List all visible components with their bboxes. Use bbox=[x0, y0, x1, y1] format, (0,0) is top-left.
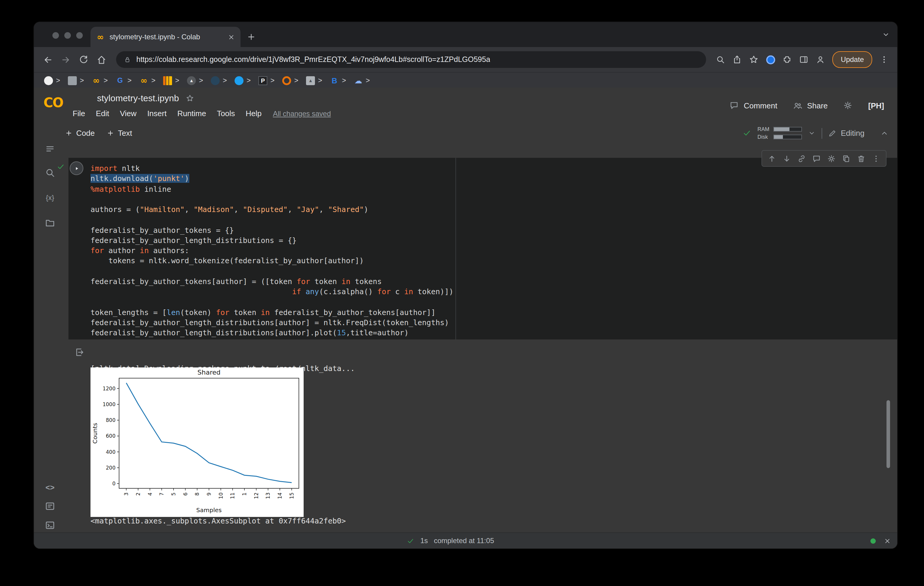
code-editor[interactable]: import nltknltk.download('punkt')%matplo… bbox=[91, 163, 454, 338]
code-line[interactable]: federalist_by_author_length_distribution… bbox=[91, 328, 454, 338]
code-line[interactable]: %matplotlib inline bbox=[91, 184, 454, 194]
rocket-favicon bbox=[187, 76, 196, 85]
close-statusbar-icon[interactable] bbox=[883, 537, 891, 545]
code-line[interactable]: federalist_by_author_length_distribution… bbox=[91, 317, 454, 328]
settings-gear-icon[interactable] bbox=[843, 101, 853, 110]
bookmark-item[interactable]: > bbox=[92, 76, 108, 85]
move-up-icon[interactable] bbox=[767, 154, 776, 163]
resources-chevron-icon[interactable] bbox=[808, 129, 816, 137]
close-window-button[interactable] bbox=[53, 32, 59, 39]
colab-logo[interactable]: CO bbox=[43, 95, 63, 110]
code-line[interactable] bbox=[91, 194, 454, 205]
bookmark-item[interactable]: > bbox=[139, 76, 155, 85]
refresh-button[interactable] bbox=[76, 52, 91, 67]
menu-insert[interactable]: Insert bbox=[142, 109, 172, 118]
bookmark-item[interactable]: > bbox=[282, 76, 298, 85]
table-of-contents-icon[interactable] bbox=[45, 144, 55, 154]
menu-view[interactable]: View bbox=[115, 109, 142, 118]
variables-icon[interactable]: {x} bbox=[45, 192, 55, 203]
link-icon[interactable] bbox=[797, 154, 806, 163]
comment-button[interactable]: Comment bbox=[729, 101, 777, 110]
back-arrow-icon bbox=[43, 54, 53, 64]
chrome-update-button[interactable]: Update bbox=[833, 51, 872, 68]
code-line[interactable]: federalist_by_author_tokens = {} bbox=[91, 225, 454, 235]
bookmark-item[interactable]: > bbox=[187, 76, 203, 85]
code-line[interactable] bbox=[91, 266, 454, 276]
code-line[interactable]: tokens = nltk.word_tokenize(federalist_b… bbox=[91, 256, 454, 266]
home-button[interactable] bbox=[94, 52, 109, 67]
run-cell-button[interactable] bbox=[70, 162, 83, 175]
browser-menu-button[interactable] bbox=[877, 53, 891, 67]
move-down-icon[interactable] bbox=[782, 154, 791, 163]
zoom-window-button[interactable] bbox=[76, 32, 83, 39]
url-bar[interactable]: https://colab.research.google.com/drive/… bbox=[116, 51, 706, 68]
tab-search-chevron-icon[interactable] bbox=[882, 30, 890, 39]
copy-icon[interactable] bbox=[842, 154, 851, 163]
code-line[interactable]: if any(c.isalpha() for c in token)]) bbox=[91, 286, 454, 297]
bookmark-item[interactable]: > bbox=[330, 76, 346, 85]
window-controls[interactable] bbox=[53, 32, 83, 39]
code-line[interactable]: federalist_by_author_length_distribution… bbox=[91, 235, 454, 246]
zoom-button[interactable] bbox=[714, 53, 728, 67]
more-vert-icon[interactable] bbox=[871, 154, 881, 163]
menu-file[interactable]: File bbox=[67, 109, 91, 118]
code-line[interactable]: token_lengths = [len(token) for token in… bbox=[91, 307, 454, 317]
tab-title: stylometry-test.ipynb - Colab bbox=[109, 33, 223, 41]
terminal-icon[interactable] bbox=[45, 520, 55, 531]
code-line[interactable] bbox=[91, 215, 454, 225]
notebook-title[interactable]: stylometry-test.ipynb bbox=[97, 93, 179, 103]
bookmark-item[interactable]: > bbox=[234, 76, 251, 85]
search-icon[interactable] bbox=[45, 167, 55, 178]
editing-mode-button[interactable]: Editing bbox=[828, 129, 865, 137]
back-button[interactable] bbox=[40, 52, 55, 67]
gear-icon[interactable] bbox=[827, 154, 836, 163]
side-panel-button[interactable] bbox=[797, 53, 811, 67]
add-code-button[interactable]: Code bbox=[65, 129, 95, 137]
minimize-window-button[interactable] bbox=[64, 32, 71, 39]
scrollbar-thumb[interactable] bbox=[886, 400, 890, 468]
forward-button[interactable] bbox=[58, 52, 73, 67]
bookmark-item[interactable]: > bbox=[258, 76, 274, 85]
code-line[interactable] bbox=[91, 297, 454, 307]
bookmark-item[interactable]: > bbox=[163, 76, 179, 85]
star-notebook-icon[interactable] bbox=[185, 94, 194, 102]
files-icon[interactable] bbox=[45, 217, 55, 228]
bookmark-star-button[interactable] bbox=[747, 53, 761, 67]
code-line[interactable]: nltk.download('punkt') bbox=[91, 173, 454, 184]
menu-edit[interactable]: Edit bbox=[91, 109, 115, 118]
profile-button[interactable] bbox=[813, 53, 828, 67]
bookmark-label: > bbox=[127, 76, 132, 84]
resource-meters[interactable]: RAM Disk bbox=[757, 126, 802, 140]
extension-button[interactable] bbox=[764, 53, 778, 67]
url-text[interactable]: https://colab.research.google.com/drive/… bbox=[136, 55, 490, 64]
add-text-button[interactable]: Text bbox=[107, 129, 132, 137]
command-palette-icon[interactable] bbox=[45, 501, 55, 512]
browser-tab[interactable]: ∞ stylometry-test.ipynb - Colab bbox=[91, 27, 241, 47]
code-cell[interactable]: import nltknltk.download('punkt')%matplo… bbox=[68, 158, 897, 340]
menu-tools[interactable]: Tools bbox=[212, 109, 241, 118]
code-snippets-icon[interactable]: <> bbox=[45, 482, 55, 492]
trash-icon[interactable] bbox=[857, 154, 866, 163]
menu-runtime[interactable]: Runtime bbox=[172, 109, 212, 118]
menu-help[interactable]: Help bbox=[240, 109, 267, 118]
collapse-toolbar-icon[interactable] bbox=[880, 129, 889, 137]
bookmark-item[interactable]: > bbox=[306, 76, 322, 85]
bookmark-item[interactable]: > bbox=[44, 76, 60, 85]
tab-close-icon[interactable] bbox=[228, 33, 235, 41]
share-page-button[interactable] bbox=[730, 53, 744, 67]
extensions-button[interactable] bbox=[780, 53, 795, 67]
bookmark-item[interactable]: > bbox=[68, 76, 84, 85]
bookmark-item[interactable]: > bbox=[354, 76, 370, 85]
comment-icon[interactable] bbox=[812, 154, 821, 163]
code-line[interactable]: authors = ("Hamilton", "Madison", "Dispu… bbox=[91, 204, 454, 215]
code-line[interactable]: import nltk bbox=[91, 163, 454, 173]
code-line[interactable]: federalist_by_author_tokens[author] = ([… bbox=[91, 276, 454, 287]
new-tab-button[interactable] bbox=[246, 32, 256, 42]
avatar[interactable]: [PH] bbox=[868, 101, 884, 110]
bookmark-item[interactable]: > bbox=[116, 76, 132, 85]
plus-icon bbox=[65, 129, 73, 137]
code-line[interactable]: for author in authors: bbox=[91, 245, 454, 256]
save-status[interactable]: All changes saved bbox=[273, 109, 331, 117]
share-button[interactable]: Share bbox=[793, 101, 828, 110]
bookmark-item[interactable]: > bbox=[211, 76, 227, 85]
